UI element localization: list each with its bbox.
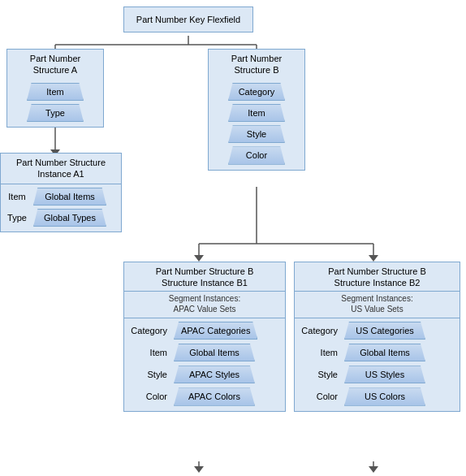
instance-b1-style-row: Style APAC Styles — [131, 366, 278, 383]
segment-item-a: Item — [27, 83, 84, 101]
structure-a-segments: Item Type — [7, 80, 103, 128]
b2-style-label: Style — [301, 369, 338, 380]
b1-category-label: Category — [131, 325, 167, 336]
b1-category-value: APAC Categories — [174, 322, 257, 340]
structure-b-segments: Category Item Style Color — [209, 80, 304, 170]
instance-b2-box: Part Number Structure BStructure Instanc… — [294, 262, 460, 412]
b2-color-label: Color — [301, 391, 338, 402]
instance-b1-content: Category APAC Categories Item Global Ite… — [124, 318, 285, 411]
instance-b2-header: Part Number Structure BStructure Instanc… — [295, 262, 460, 292]
instance-a1-row-item: Item Global Items — [6, 188, 116, 206]
b1-color-label: Color — [131, 391, 167, 402]
structure-a-box: Part Number Structure A Item Type — [6, 49, 104, 128]
segment-type-a: Type — [27, 104, 84, 122]
b1-color-value: APAC Colors — [174, 387, 255, 405]
instance-a1-item-label: Item — [6, 191, 28, 202]
instance-b2-color-row: Color US Colors — [301, 387, 453, 405]
structure-a-title: Part Number Structure A — [7, 50, 103, 80]
b2-item-label: Item — [301, 347, 338, 358]
b1-item-value: Global Items — [174, 344, 255, 361]
segment-item-b: Item — [228, 104, 285, 122]
svg-marker-13 — [369, 255, 378, 262]
svg-marker-15 — [194, 466, 204, 473]
instance-b2-style-row: Style US Styles — [301, 366, 453, 383]
instance-a1-title: Part Number Structure Instance A1 — [1, 154, 121, 184]
instance-b2-subheader: Segment Instances:US Value Sets — [295, 292, 460, 318]
structure-b-box: Part Number Structure B Category Item St… — [208, 49, 305, 171]
instance-b1-color-row: Color APAC Colors — [131, 387, 278, 405]
diagram: Part Number Key Flexfield Part Number St… — [0, 0, 466, 476]
instance-b1-subheader: Segment Instances:APAC Value Sets — [124, 292, 285, 318]
b2-category-label: Category — [301, 325, 338, 336]
segment-color-b: Color — [228, 146, 285, 164]
svg-marker-11 — [194, 255, 204, 262]
segment-category-b: Category — [228, 83, 285, 101]
instance-b2-item-row: Item Global Items — [301, 344, 453, 361]
instance-a1-item-value: Global Items — [33, 188, 106, 206]
structure-b-title: Part Number Structure B — [209, 50, 304, 80]
instance-a1-row-type: Type Global Types — [6, 209, 116, 227]
b1-item-label: Item — [131, 347, 167, 358]
b1-style-label: Style — [131, 369, 167, 380]
svg-marker-17 — [369, 466, 378, 473]
instance-b1-category-row: Category APAC Categories — [131, 322, 278, 340]
instance-b2-content: Category US Categories Item Global Items… — [295, 318, 460, 411]
b2-item-value: Global Items — [344, 344, 425, 361]
instance-b2-category-row: Category US Categories — [301, 322, 453, 340]
instance-b1-header: Part Number Structure BStructure Instanc… — [124, 262, 285, 292]
b2-category-value: US Categories — [344, 322, 425, 340]
b2-style-value: US Styles — [344, 366, 425, 383]
main-flexfield-title: Part Number Key Flexfield — [136, 15, 240, 24]
instance-a1-type-label: Type — [6, 212, 28, 223]
segment-style-b: Style — [228, 125, 285, 143]
instance-b1-item-row: Item Global Items — [131, 344, 278, 361]
instance-a1-type-value: Global Types — [33, 209, 106, 227]
main-flexfield-box: Part Number Key Flexfield — [123, 6, 253, 32]
b1-style-value: APAC Styles — [174, 366, 255, 383]
instance-a1-box: Part Number Structure Instance A1 Item G… — [0, 153, 122, 232]
instance-b1-box: Part Number Structure BStructure Instanc… — [123, 262, 286, 412]
b2-color-value: US Colors — [344, 387, 425, 405]
instance-a1-rows: Item Global Items Type Global Types — [1, 184, 121, 232]
